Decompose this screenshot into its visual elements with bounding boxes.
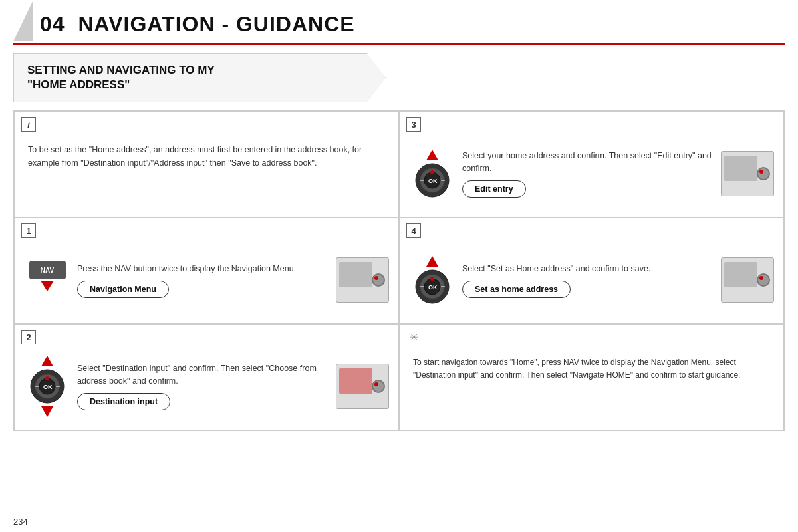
info-icon: i [21,117,36,132]
step1-number: 1 [21,223,36,238]
step3-knob: OK [409,147,456,200]
nav-button-icon: NAV [29,261,66,279]
chapter-title: NAVIGATION - GUIDANCE [78,12,354,36]
main-grid: i To be set as the "Home address", an ad… [13,110,785,431]
step2-cell: 2 OK [14,324,399,430]
device-knob-highlight-2 [374,382,378,386]
svg-point-17 [45,376,49,380]
step4-text: Select "Set as Home address" and confirm… [462,263,650,275]
device-knob-2 [372,380,385,393]
device-knob-highlight-4 [759,276,763,280]
page-title: 04 NAVIGATION - GUIDANCE [20,12,778,37]
step2-device-img [336,364,389,409]
step1-content: NAV Press the NAV button twice to displa… [24,246,389,314]
step4-content: OK Select "Set as Home address" and conf… [409,246,774,314]
step4-device-img [721,257,774,303]
section-title-box: SETTING AND NAVIGATING TO MY "HOME ADDRE… [13,53,386,102]
header-corner-decoration [13,0,33,41]
knob-wrapper-2: OK [30,356,65,417]
step2-button[interactable]: Destination input [77,393,170,410]
device-screen [724,156,757,181]
section-title-line1: SETTING AND NAVIGATING TO MY [27,64,215,76]
device-screen-4 [724,262,757,287]
step3-cell: 3 OK [399,111,784,217]
section-title: SETTING AND NAVIGATING TO MY "HOME ADDRE… [27,63,372,92]
step4-knob: OK [409,253,456,307]
rotary-knob-svg-2: OK [30,369,65,404]
arrow-up-icon-4 [426,256,438,267]
step2-content: OK Select "Destination input" and confir… [24,352,389,420]
step1-text: Press the NAV button twice to display th… [77,263,294,275]
svg-text:OK: OK [428,284,438,291]
step3-left: Select your home address and confirm. Th… [462,150,714,198]
step2-left: Select "Destination input" and confirm. … [77,362,329,410]
step4-cell: 4 OK [399,217,784,324]
device-knob [757,167,770,180]
tip-star-icon: ✳ [406,330,421,344]
svg-point-10 [430,277,434,281]
step3-text: Select your home address and confirm. Th… [462,150,714,175]
step4-number: 4 [406,223,421,238]
knob-wrapper-4: OK [415,256,450,304]
step3-content: OK Select your home address and confirm.… [409,140,774,207]
device-screen-1 [339,262,372,287]
step1-cell: 1 NAV Press the NAV button twice to disp… [14,217,399,324]
device-knob-1 [372,273,385,287]
rotary-knob-svg: OK [415,163,450,198]
step1-device-img [336,257,389,303]
step1-left: Press the NAV button twice to display th… [77,263,329,298]
section-title-line2: "HOME ADDRESS" [27,78,130,91]
tip-cell: ✳ To start navigation towards "Home", pr… [399,324,784,430]
page-header: 04 NAVIGATION - GUIDANCE [13,0,785,45]
chapter-number: 04 [40,12,65,36]
arrow-down-icon-2 [41,406,53,417]
step4-left: Select "Set as Home address" and confirm… [462,263,714,298]
device-screen-2 [339,368,372,394]
step2-text: Select "Destination input" and confirm. … [77,362,329,388]
step3-button[interactable]: Edit entry [462,180,526,198]
device-knob-highlight [759,170,763,174]
arrow-up-icon [426,150,438,160]
step2-knob: OK [24,360,70,413]
step1-nav-icon: NAV [24,261,70,293]
device-inner [336,364,388,408]
arrow-up-icon-2 [41,356,53,366]
step4-button[interactable]: Set as home address [462,281,571,298]
svg-text:OK: OK [43,384,53,390]
rotary-knob-svg-4: OK [415,269,450,304]
page-number: 234 [13,517,28,527]
info-text: To be set as the "Home address", an addr… [28,144,385,170]
knob-wrapper: OK [415,150,450,198]
device-knob-highlight-1 [374,276,378,280]
device-knob-4 [757,273,770,287]
tip-text: To start navigation towards "Home", pres… [413,356,770,382]
step3-number: 3 [406,117,421,132]
step3-device-img [721,151,774,196]
step2-number: 2 [21,330,36,344]
page-container: 04 NAVIGATION - GUIDANCE SETTING AND NAV… [0,0,798,532]
svg-text:OK: OK [428,178,438,184]
svg-point-3 [430,170,434,174]
step1-button[interactable]: Navigation Menu [77,281,169,298]
info-cell: i To be set as the "Home address", an ad… [14,111,399,217]
